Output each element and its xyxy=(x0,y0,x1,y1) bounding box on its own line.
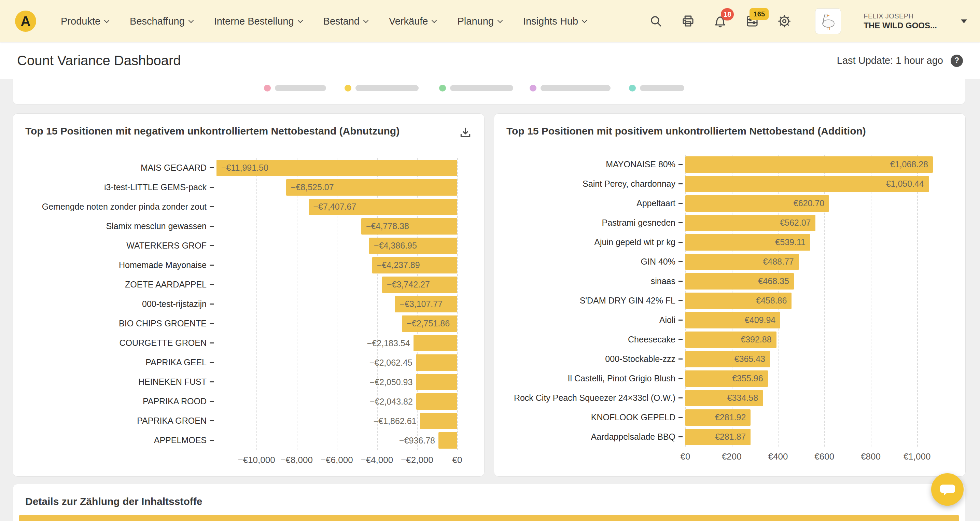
bar[interactable]: €355.96 xyxy=(685,370,768,387)
bar[interactable]: −€8,525.07 xyxy=(286,179,457,195)
bar-chart-negative: MAIS GEGAARD−€11,991.50i3-test-LITTLE GE… xyxy=(25,158,472,469)
page-header: Count Variance Dashboard Last Update: 1 … xyxy=(0,42,980,79)
bar[interactable]: −€2,751.86 xyxy=(402,316,457,332)
category-tick xyxy=(678,417,682,418)
category-tick xyxy=(678,222,682,223)
bar-track: €355.96 xyxy=(685,370,933,387)
bar[interactable]: €458.86 xyxy=(685,292,792,309)
bar[interactable]: €334.58 xyxy=(685,390,763,406)
chevron-down-icon xyxy=(104,17,110,23)
bar-value-label: €355.96 xyxy=(732,373,763,383)
goose-image xyxy=(818,11,838,32)
chart-row: Aioli€409.94 xyxy=(506,310,953,330)
bar[interactable]: €365.43 xyxy=(685,351,770,367)
bar-track: −€7,407.67 xyxy=(216,199,457,215)
legend-label-clipped xyxy=(541,85,611,91)
abacus-icon[interactable]: 165 xyxy=(745,14,760,29)
bar[interactable] xyxy=(420,413,458,429)
nav-item-produkte[interactable]: Produkte xyxy=(61,16,108,27)
bar-value-label: €458.86 xyxy=(756,295,787,306)
nav-item-planung[interactable]: Planung xyxy=(457,16,502,27)
bar[interactable]: −€4,237.89 xyxy=(372,257,457,273)
nav-item-insights-hub[interactable]: Insights Hub xyxy=(523,16,586,27)
bar-track: −€4,237.89 xyxy=(216,257,457,273)
nav-item-bestand[interactable]: Bestand xyxy=(323,16,368,27)
chart-row: Pastrami gesneden€562.07 xyxy=(506,213,953,232)
legend-item xyxy=(629,85,684,92)
bar[interactable]: −€11,991.50 xyxy=(216,160,457,176)
axis-tick-label: €1,000 xyxy=(904,451,931,462)
chevron-down-icon xyxy=(582,17,587,23)
app-logo[interactable]: A xyxy=(15,11,36,32)
bar[interactable]: €281.87 xyxy=(685,429,751,445)
bar[interactable]: €468.35 xyxy=(685,273,794,289)
category-tick xyxy=(210,226,214,227)
bar-track: −€2,183.54 xyxy=(216,335,457,351)
bar-track: €334.58 xyxy=(685,390,933,406)
chevron-down-icon xyxy=(498,17,503,23)
category-label: Aardappelsalade BBQ xyxy=(506,432,685,442)
bar[interactable]: €1,050.44 xyxy=(685,176,929,192)
chat-icon xyxy=(939,481,956,499)
last-update-text: Last Update: 1 hour ago xyxy=(837,55,943,66)
axis-tick-label: €200 xyxy=(722,451,742,462)
bar[interactable]: €562.07 xyxy=(685,215,815,231)
download-icon[interactable] xyxy=(459,126,472,140)
bar[interactable] xyxy=(416,374,457,390)
chart-axis: −€10,000−€8,000−€6,000−€4,000−€2,000€0 xyxy=(216,450,457,469)
bar[interactable]: €281.92 xyxy=(685,409,751,426)
category-tick xyxy=(678,261,682,262)
bar-chart-positive: MAYONAISE 80%€1,068.28Saint Perey, chard… xyxy=(506,155,953,465)
chart-row: S'DAM DRY GIN 42% FL€458.86 xyxy=(506,291,953,310)
legend-label-clipped xyxy=(355,85,418,91)
legend-item xyxy=(264,85,326,92)
nav-right: 18 165 xyxy=(648,8,967,34)
avatar[interactable] xyxy=(815,8,841,34)
user-block[interactable]: FELIX JOSEPH THE WILD GOOS... xyxy=(864,12,937,31)
bar[interactable]: €620.70 xyxy=(685,195,829,212)
bar-track: €458.86 xyxy=(685,292,933,309)
chat-launcher-button[interactable] xyxy=(931,473,964,506)
category-label: i3-test-LITTLE GEMS-pack xyxy=(25,182,216,192)
axis-tick-label: −€4,000 xyxy=(361,455,393,465)
bar[interactable]: −€7,407.67 xyxy=(309,199,458,215)
bar[interactable] xyxy=(416,393,457,410)
bar-track: €409.94 xyxy=(685,312,933,329)
bar[interactable]: €539.11 xyxy=(685,234,810,251)
bar-track: −€2,751.86 xyxy=(216,316,457,332)
bar[interactable] xyxy=(416,354,457,371)
search-icon[interactable] xyxy=(648,14,663,29)
bar-value-label: −€4,778.38 xyxy=(366,221,409,231)
help-icon[interactable]: ? xyxy=(951,55,963,67)
nav-item-label: Interne Bestellung xyxy=(214,16,294,27)
bar[interactable]: €409.94 xyxy=(685,312,780,329)
chart-row: MAYONAISE 80%€1,068.28 xyxy=(506,155,953,174)
bar[interactable] xyxy=(438,432,457,449)
bar-track: −€4,778.38 xyxy=(216,218,457,235)
bar-value-label: −€3,742.27 xyxy=(387,280,430,289)
bell-icon[interactable]: 18 xyxy=(713,14,728,29)
printer-icon[interactable] xyxy=(681,14,695,29)
user-menu-caret-icon[interactable] xyxy=(961,19,967,23)
bar[interactable]: −€3,107.77 xyxy=(395,296,457,312)
bar[interactable]: −€3,742.27 xyxy=(382,276,457,293)
bar-value-label: −€11,991.50 xyxy=(221,163,268,173)
bar[interactable]: −€4,386.95 xyxy=(369,238,457,254)
user-org: THE WILD GOOS... xyxy=(864,21,937,31)
chart-row: Gemengde noten zonder pinda zonder zout−… xyxy=(25,197,472,216)
category-label: S'DAM DRY GIN 42% FL xyxy=(506,295,685,306)
bar-value-label: €620.70 xyxy=(794,199,824,208)
bar[interactable]: €1,068.28 xyxy=(685,156,933,173)
bar[interactable] xyxy=(414,335,457,351)
gear-icon[interactable] xyxy=(777,14,792,29)
chart-row: ZOETE AARDAPPEL−€3,742.27 xyxy=(25,275,472,294)
category-label: Saint Perey, chardonnay xyxy=(506,179,685,189)
chevron-down-icon xyxy=(432,17,437,23)
nav-item-verkaeufe[interactable]: Verkäufe xyxy=(389,16,436,27)
bar-value-label: −€2,062.45 xyxy=(369,357,412,367)
bar[interactable]: €392.88 xyxy=(685,332,776,348)
bar[interactable]: €488.77 xyxy=(685,254,799,270)
bar[interactable]: −€4,778.38 xyxy=(361,218,457,235)
nav-item-beschaffung[interactable]: Beschaffung xyxy=(130,16,193,27)
nav-item-interne-bestellung[interactable]: Interne Bestellung xyxy=(214,16,302,27)
